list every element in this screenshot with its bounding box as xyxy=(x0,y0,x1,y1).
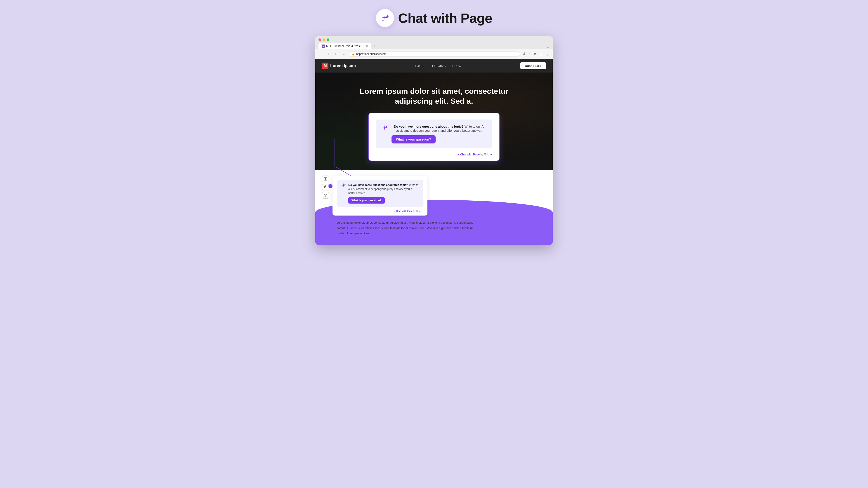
chat-question-bold: Do you have more questions about this to… xyxy=(394,125,464,128)
save-share-btn[interactable] xyxy=(322,175,329,182)
share-buttons xyxy=(322,175,329,199)
menu-icon[interactable]: ⋮ xyxy=(545,52,550,57)
hero-section: Lorem ipsum dolor sit amet, consectetur … xyxy=(315,72,553,170)
chat-widget-footer: ✦ Chat with Page by f13o ✦ xyxy=(376,152,492,156)
share-icon[interactable]: ⎙ xyxy=(522,52,526,57)
browser-toolbar: ‹ › ↻ ⌂ 🔒 https://mpl-publisher.com ⎙ ☆ … xyxy=(315,49,553,59)
nav-pricing[interactable]: PRICING xyxy=(432,64,446,68)
small-chat-widget: Do you have more questions about this to… xyxy=(333,175,428,216)
site-nav: M Lorem Ipsum TOOLS PRICING BLOG Dashboa… xyxy=(315,59,553,72)
tab-bar: W MPL-Publisher ‹ WordPress D... × + ⌄ xyxy=(318,43,550,49)
small-question-bold: Do you have more questions about this to… xyxy=(348,184,408,187)
small-footer-sparkle-right: ✦ xyxy=(421,210,423,213)
reload-btn[interactable]: ↻ xyxy=(333,51,339,57)
widget-icon xyxy=(381,125,388,133)
small-ask-btn[interactable]: What is your question? xyxy=(348,197,385,203)
header-icon-container xyxy=(376,9,394,27)
traffic-light-green[interactable] xyxy=(327,38,329,41)
page-title: Chat with Page xyxy=(398,10,492,26)
small-footer-by: by f13o xyxy=(413,210,421,213)
small-widget-area: Do you have more questions about this to… xyxy=(322,175,546,216)
address-text: https://mpl-publisher.com xyxy=(356,53,386,56)
hero-content: Lorem ipsum dolor sit amet, consectetur … xyxy=(322,86,546,161)
new-tab-btn[interactable]: + xyxy=(372,43,378,49)
address-bar[interactable]: 🔒 https://mpl-publisher.com xyxy=(349,51,520,57)
nav-links: TOOLS PRICING BLOG xyxy=(415,64,461,68)
small-widget-body: Do you have more questions about this to… xyxy=(337,180,423,207)
small-footer-brand[interactable]: Chat with Page xyxy=(396,210,412,213)
hero-title: Lorem ipsum dolor sit amet, consectetur … xyxy=(322,86,546,106)
article-text: Lorem ipsum dolor sit amet, consectetur … xyxy=(322,216,480,236)
tab-label: MPL-Publisher ‹ WordPress D... xyxy=(326,44,365,48)
address-lock-icon: 🔒 xyxy=(352,53,355,56)
below-hero-section: Do you have more questions about this to… xyxy=(315,170,553,245)
content-above-wave: Do you have more questions about this to… xyxy=(315,170,553,245)
traffic-light-yellow[interactable] xyxy=(322,38,325,41)
small-widget-text: Do you have more questions about this to… xyxy=(348,183,419,203)
tab-chevron: ⌄ xyxy=(547,45,550,49)
featured-chat-widget: Do you have more questions about this to… xyxy=(368,113,500,161)
extensions-icon[interactable]: ⚑ xyxy=(533,52,538,57)
chat-widget-text: Do you have more questions about this to… xyxy=(392,125,487,143)
svg-point-2 xyxy=(324,194,327,197)
traffic-lights xyxy=(318,38,550,41)
footer-brand[interactable]: Chat with Page xyxy=(460,153,480,156)
tab-close-btn[interactable]: × xyxy=(366,44,368,48)
whatsapp-share-btn[interactable] xyxy=(322,192,329,199)
dashboard-btn[interactable]: Dashboard xyxy=(520,62,546,69)
traffic-light-red[interactable] xyxy=(318,38,321,41)
footer-sparkle-left: ✦ xyxy=(457,153,460,156)
logo-icon: M xyxy=(322,63,329,69)
sparkles-icon xyxy=(380,13,390,23)
website-content: M Lorem Ipsum TOOLS PRICING BLOG Dashboa… xyxy=(315,59,553,245)
chat-ask-btn[interactable]: What is your question? xyxy=(392,135,436,143)
nav-tools[interactable]: TOOLS xyxy=(415,64,426,68)
sidebar-icon[interactable]: ☰ xyxy=(539,52,544,57)
back-btn[interactable]: ‹ xyxy=(318,51,324,57)
small-widget-icon xyxy=(341,183,346,189)
bookmark-icon[interactable]: ☆ xyxy=(527,52,532,57)
browser-window: W MPL-Publisher ‹ WordPress D... × + ⌄ ‹… xyxy=(315,36,553,245)
tab-favicon: W xyxy=(322,44,325,48)
active-tab[interactable]: W MPL-Publisher ‹ WordPress D... × xyxy=(318,43,371,49)
page-header: Chat with Page xyxy=(376,9,492,27)
forward-btn[interactable]: › xyxy=(326,51,332,57)
twitter-share-btn[interactable] xyxy=(322,184,329,191)
browser-chrome: W MPL-Publisher ‹ WordPress D... × + ⌄ xyxy=(315,36,553,49)
small-footer-sparkle-left: ✦ xyxy=(394,210,396,213)
svg-rect-1 xyxy=(324,178,327,180)
home-btn[interactable]: ⌂ xyxy=(341,51,347,57)
site-logo: M Lorem Ipsum xyxy=(322,63,356,69)
nav-blog[interactable]: BLOG xyxy=(452,64,461,68)
footer-sparkle-right: ✦ xyxy=(490,153,492,156)
toolbar-actions: ⎙ ☆ ⚑ ☰ ⋮ xyxy=(522,52,550,57)
purple-connector-dot xyxy=(329,184,333,188)
chat-widget-body: Do you have more questions about this to… xyxy=(376,120,492,149)
small-widget-footer: ✦ Chat with Page by f13o ✦ xyxy=(337,209,423,213)
logo-text: Lorem Ipsum xyxy=(330,64,356,68)
footer-by: by f13o xyxy=(480,153,490,156)
